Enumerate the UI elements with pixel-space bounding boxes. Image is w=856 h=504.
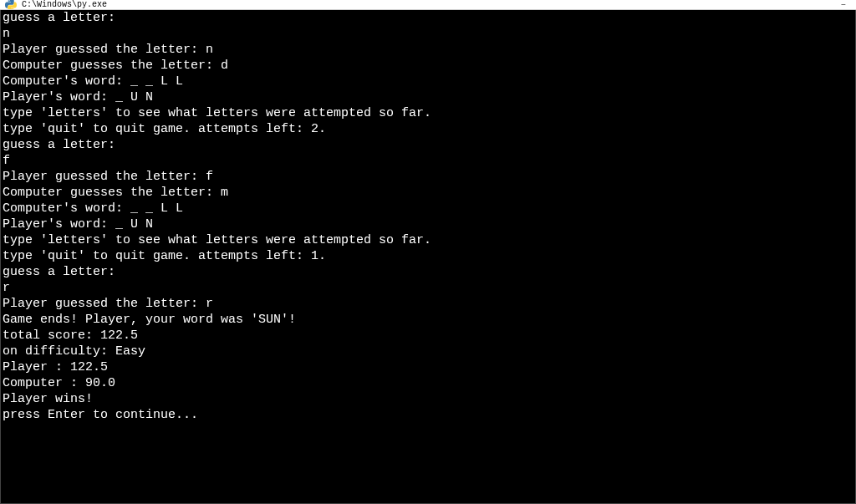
terminal-line: guess a letter: [3, 264, 853, 280]
terminal-line: Player guessed the letter: f [3, 169, 853, 185]
terminal-line: guess a letter: [3, 10, 853, 26]
titlebar[interactable]: C:\Windows\py.exe ─ [0, 0, 856, 10]
terminal-line: Game ends! Player, your word was 'SUN'! [3, 312, 853, 328]
terminal-line: f [3, 153, 853, 169]
terminal-line: Player's word: _ U N [3, 216, 853, 232]
terminal-line: guess a letter: [3, 137, 853, 153]
terminal-output[interactable]: guess a letter:nPlayer guessed the lette… [0, 10, 856, 504]
minimize-button[interactable]: ─ [836, 1, 851, 9]
terminal-line: Player's word: _ U N [3, 89, 853, 105]
terminal-line: type 'letters' to see what letters were … [3, 232, 853, 248]
python-icon [5, 0, 17, 10]
terminal-line: Computer : 90.0 [3, 375, 853, 391]
terminal-line: Computer's word: _ _ L L [3, 74, 853, 89]
terminal-line: type 'letters' to see what letters were … [3, 105, 853, 121]
terminal-line: press Enter to continue... [3, 407, 853, 423]
terminal-line: Player wins! [3, 391, 853, 407]
terminal-line: Player : 122.5 [3, 359, 853, 375]
terminal-line: r [3, 280, 853, 296]
terminal-line: type 'quit' to quit game. attempts left:… [3, 121, 853, 137]
titlebar-controls: ─ [836, 1, 851, 9]
terminal-line: n [3, 26, 853, 42]
terminal-line: Player guessed the letter: r [3, 296, 853, 312]
terminal-line: type 'quit' to quit game. attempts left:… [3, 248, 853, 264]
terminal-line: total score: 122.5 [3, 328, 853, 344]
terminal-line: Computer guesses the letter: d [3, 58, 853, 74]
terminal-line: on difficulty: Easy [3, 344, 853, 359]
titlebar-text: C:\Windows\py.exe [22, 0, 836, 9]
terminal-line: Player guessed the letter: n [3, 42, 853, 58]
terminal-line: Computer's word: _ _ L L [3, 201, 853, 216]
console-window: C:\Windows\py.exe ─ guess a letter:nPlay… [0, 0, 856, 504]
terminal-line: Computer guesses the letter: m [3, 185, 853, 201]
